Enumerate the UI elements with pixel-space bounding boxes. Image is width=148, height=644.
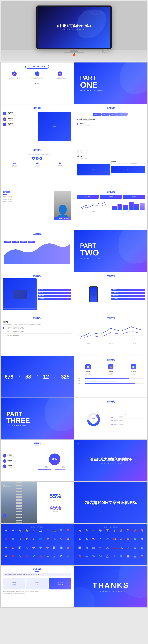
svg-text:63%: 63% [92,418,95,420]
slide-2017: 2017 标题字幕 请在此处添加文字描述 图片 标题字幕 请在此处添加文字描述内… [74,146,148,188]
globe-icon: 🌐 [3,514,6,518]
content-item-1: 🚀 请在此处添加标题人物 [8,72,20,79]
part-three-word: THREE [6,417,30,424]
part-three-tagline: ADD YOUR TITLE HERE [6,425,27,426]
slide-icon-grid-1: 图标集合 - 可编辑图标库 🏠 📧 ⭐ 🔔 📱 💻 🎵 📷 🔍 ❤️ 📌 ⚙️ … [0,524,74,565]
contents-title: CONTENTS [28,66,46,68]
plan3-icon-1: 🚀 [3,454,6,458]
slide-main-business: 主营业务 标题字幕 标题字幕 标题字幕 标题字幕 [0,230,74,272]
intro-icon-1: 🔷 [3,112,6,116]
slide-photo-stats: 标题字幕 请在此处添加文字 🌐 55% 标题字幕 45% 标题字幕 [0,482,74,523]
monitor-base [64,52,84,53]
part-two-tagline: ADD YOUR TITLE HERE [80,258,100,259]
rocket-icon: 🚀 [12,72,17,76]
thanks-subtitle: POWERPOINT TEMPLATE [97,591,125,592]
slide-product-line: 产品介绍 标题字幕 标题字幕 标题字幕 [74,314,148,356]
part-two-word: TWO [80,249,99,257]
slide-product-desc: 产品介绍 感谢您选择使用本套设计，本套模板设计精美，可作演示，可作宣传，可作展示… [0,566,74,607]
slide-company-culture: 公司文化 请在此处添加文字描述内容，请在此处添加文字描述内容 ▶ ▶ ▶ 01 … [0,146,74,188]
apple-logo-icon: 🍎 [72,53,76,56]
social-icon-1: ▶ [32,157,35,160]
icon-title-text: 精选超1000+文章可编辑图标 [85,500,137,506]
plan-icon-2: 🔒 [108,364,114,370]
slide-product-1: 产品介绍 BEAUTY NATURAL PICTURE AWARDS [0,272,74,314]
plan3-icon-3: 👤 [3,464,6,468]
content-item-3: 📢 请在此处添加标题人物 [54,72,66,79]
plan-icon-1: 📋 [85,364,91,370]
svg-point-6 [110,332,111,333]
slide-company-history: 公司历程 2015 2016 2017 2018 标题字幕，请在此处添加文字 [74,104,148,146]
part-one-word: ONE [80,81,98,89]
svg-point-4 [110,328,111,329]
person-icon: 👤 [35,72,39,76]
slide-thanks: THANKS POWERPOINT TEMPLATE [74,566,148,607]
slide-icon-title: 精选超1000+文章可编辑图标 [74,482,148,523]
slide-company-team: 公司团队 请在此处添加文字 请在此处添加文字 请在此处添加文字 👤 YOUR T… [0,188,74,230]
thanks-title: THANKS [93,581,129,590]
plan3-icon-2: ✈️ [3,459,6,463]
cover-subtitle: POWERPOINT TEMPLATE [61,29,87,31]
quote-sub-text: ADD YOUR TITLE HERE [99,463,122,464]
slide-part-three: PART THREE ADD YOUR TITLE HERE [0,398,74,440]
cover-slide: 科技渐变可视化PPT模板 POWERPOINT TEMPLATE SLIDE 🍎 [0,0,148,61]
intro-icon-2: 🔶 [3,118,6,121]
megaphone-icon: 📢 [58,72,62,76]
plan-icon-3: 📊 [131,364,136,370]
slide-company-performance: 公司业绩 标题字幕 标题字幕 标题字幕 折线图 [74,188,148,230]
slide-part-one: PART ONE ADD YOUR TITLE PROJECT [74,62,148,104]
slide-company-intro: 公司介绍 🔷 标题字幕 请在此处添加文字 🔶 标题字幕 请在此处添加文字 [0,104,74,146]
part-one-number: PART [80,75,96,81]
cover-title: 科技渐变可视化PPT模板 [57,24,92,28]
slide-product-3: 产品介绍 标题字幕 请在此处添加文字描述内容，请在此处添加文字描述内容，请在此处… [0,314,74,356]
slide-contents: CONTENTS 🚀 请在此处添加标题人物 👤 请在此处添加标题人物 📢 请在此… [0,62,74,104]
slide-quote: " 请在此处大胆输入你的情怀 ADD YOUR TITLE HERE [74,440,148,482]
quote-main-text: 请在此处大胆输入你的情怀 [90,457,132,462]
monitor: 科技渐变可视化PPT模板 POWERPOINT TEMPLATE SLIDE 🍎 [36,6,112,56]
slide-dev-plan-3: 发展规划 🚀 标题字幕 请在此处添加文字 ✈️ 标题字幕 请在此处添加文字 [0,440,74,482]
circle-365: 365 [49,454,60,465]
slide-icon-grid-2: 图标集合 - 更多可编辑图标 🎪 🎬 🎮 🎲 🏆 🏅 🌈 🌺 🍎 🍕 ☕ 🍺 💊… [74,524,148,565]
part-two-number: PART [80,242,96,249]
content-item-2: 👤 请在此处添加标题人物 [31,72,43,79]
social-icon-2: ▶ [36,157,39,160]
slide-part-two: PART TWO ADD YOUR TITLE HERE [74,230,148,272]
slide-dev-plan-2: 发展规划 63% 完成 [74,398,148,440]
slides-grid: CONTENTS 🚀 请在此处添加标题人物 👤 请在此处添加标题人物 📢 请在此… [0,62,148,608]
svg-point-5 [131,326,132,328]
social-icon-3: ▶ [39,157,42,160]
part-one-tagline: ADD YOUR TITLE PROJECT [80,90,104,92]
slide-dev-plan-1: 发展规划 📋 标题字幕 请在此处添加 🔒 标题字幕 请在此处添加 📊 标题字幕 … [74,356,148,398]
slide-stats: 678 / 88 / 12 / 325 [0,356,74,398]
part-three-number: PART [6,411,22,417]
slide-product-2: 产品介绍 📱 BEAUTY NATURAL PICTURE AWARDS [74,272,148,314]
svg-text:完成: 完成 [93,420,95,421]
intro-icon-3: 🔹 [3,123,6,126]
